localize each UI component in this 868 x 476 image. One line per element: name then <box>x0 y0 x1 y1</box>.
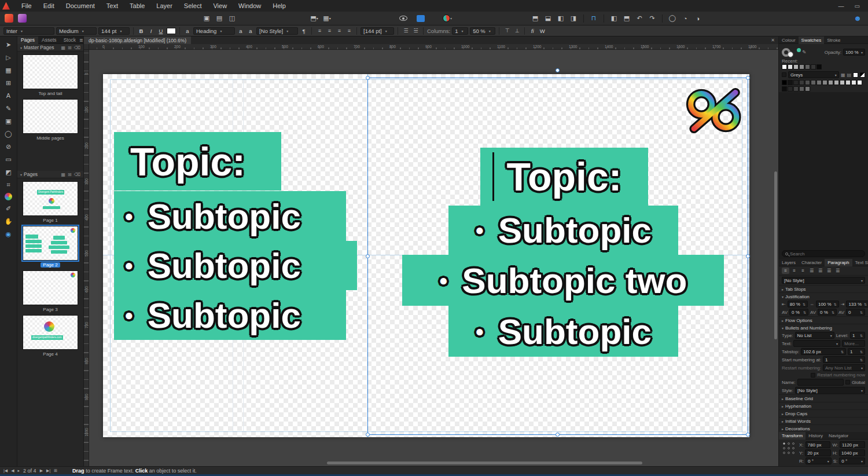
order-front-icon[interactable]: ⬒ <box>529 13 541 24</box>
italic-button[interactable]: I <box>147 27 155 35</box>
underline-button[interactable]: U <box>157 27 165 35</box>
section-hyphenation[interactable]: ▸Hyphenation <box>779 402 868 409</box>
section-initial-words[interactable]: ▸Initial Words <box>779 417 868 424</box>
selection-handle-top-left[interactable] <box>366 76 370 80</box>
ruler-origin[interactable] <box>84 44 89 50</box>
swatch[interactable] <box>799 86 804 91</box>
section-bullets-numbering[interactable]: ▾Bullets and Numbering <box>779 324 868 331</box>
font-weight-select[interactable]: Medium <box>56 27 97 35</box>
menu-view[interactable]: View <box>207 0 233 12</box>
desired-letter-spacing-field[interactable]: 0 % <box>818 309 837 316</box>
edit-colour-icon[interactable]: ✏ <box>801 49 808 56</box>
section-baseline-grid[interactable]: ▸Baseline Grid <box>779 394 868 402</box>
swatch[interactable] <box>799 80 804 85</box>
tab-swatches[interactable]: Swatches <box>799 36 825 44</box>
picture-frame-tool-icon[interactable]: ▣ <box>3 116 14 126</box>
picture-frame-icon[interactable]: ▣ <box>201 13 212 24</box>
selection-handle-top-right[interactable] <box>746 76 750 80</box>
pen-tool-icon[interactable]: ✎ <box>3 104 14 113</box>
min-letter-spacing-field[interactable]: 0 % <box>789 309 808 316</box>
view-mode-icon[interactable]: ▦ <box>61 172 65 177</box>
order-backward-icon[interactable]: ◧ <box>555 13 567 24</box>
leading-select[interactable]: [144 pt] <box>361 27 394 35</box>
tabstop-secondary-field[interactable]: 1 <box>848 348 865 355</box>
effects-icon[interactable]: ◔ <box>679 13 691 24</box>
swatch[interactable] <box>793 80 799 85</box>
align-justify-left-icon[interactable]: ☰ <box>808 268 815 274</box>
bold-button[interactable]: B <box>137 27 145 35</box>
shape-tool-icon[interactable]: ◯ <box>3 129 14 138</box>
swatch[interactable] <box>788 64 793 69</box>
start-numbering-field[interactable]: 1 <box>823 356 865 363</box>
view-mode-icon[interactable]: ▦ <box>61 45 65 50</box>
w-field[interactable]: 1120 px <box>840 441 865 448</box>
h-field[interactable]: 1040 px <box>839 449 865 456</box>
rotation-handle[interactable] <box>556 68 560 72</box>
photo-persona-icon[interactable] <box>18 14 27 23</box>
frame-text-tool-icon[interactable]: ▦ <box>3 65 14 75</box>
align-left-button[interactable]: ≡ <box>315 27 323 35</box>
swatch[interactable] <box>851 80 856 85</box>
paragraph-style-dropdown[interactable]: [No Style] <box>782 277 865 284</box>
ligatures-button[interactable]: fi <box>528 27 536 35</box>
rotation-field[interactable]: 0 ° <box>806 457 832 464</box>
node-tool-icon[interactable]: ▷ <box>3 53 14 62</box>
canvas[interactable]: Topic: ● Subtopic ● Subtopic ● Subtopic <box>89 50 778 466</box>
selection-handle-bottom-left[interactable] <box>366 433 370 437</box>
desired-word-spacing-field[interactable]: 100 % <box>816 301 839 307</box>
align-left-icon[interactable]: ≡ <box>782 268 789 274</box>
swatch[interactable] <box>811 80 816 85</box>
fill-colour-circle[interactable] <box>788 52 793 57</box>
white-swatch[interactable] <box>853 72 858 78</box>
swatch[interactable] <box>822 80 827 85</box>
list-name-input[interactable] <box>797 379 844 386</box>
page-thumbnail-3[interactable] <box>23 270 78 305</box>
tab-history[interactable]: History <box>806 432 826 440</box>
snapping-icon[interactable]: ⊓ <box>588 13 599 24</box>
search-input[interactable] <box>790 251 862 257</box>
align-center-button[interactable]: ≡ <box>325 27 333 35</box>
order-forward-icon[interactable]: ⬓ <box>542 13 554 24</box>
max-letter-spacing-field[interactable]: 0 <box>846 309 865 316</box>
tab-pages[interactable]: Pages <box>17 36 38 44</box>
table-tool-icon[interactable]: ⊞ <box>3 78 14 87</box>
swatch[interactable] <box>805 80 810 85</box>
search-box[interactable] <box>782 250 865 257</box>
text-style-select[interactable]: Heading <box>193 27 235 35</box>
swatch[interactable] <box>840 80 845 85</box>
swatch[interactable] <box>799 64 804 69</box>
tab-character[interactable]: Character <box>799 259 825 266</box>
none-swatch[interactable] <box>860 72 865 78</box>
vertical-scrollbar[interactable] <box>774 171 777 339</box>
swatch[interactable] <box>811 64 816 69</box>
tab-transform[interactable]: Transform <box>779 432 806 440</box>
column-width-select[interactable]: 50 % <box>470 27 495 35</box>
tab-navigator[interactable]: Navigator <box>826 432 851 440</box>
menu-text[interactable]: Text <box>101 0 124 12</box>
guides-dropdown-icon[interactable]: ⬒▾ <box>308 13 320 24</box>
section-drop-caps[interactable]: ▸Drop Caps <box>779 409 868 417</box>
tab-text-styles[interactable]: Text Styles <box>852 259 868 266</box>
align-justify-right-icon[interactable]: ☰ <box>825 268 833 274</box>
columns-stepper[interactable]: 1 <box>452 27 468 35</box>
swatch[interactable] <box>788 80 793 85</box>
publisher-persona-icon[interactable] <box>5 14 13 23</box>
previous-page-button[interactable]: ◀ <box>11 468 14 473</box>
minimize-button[interactable]: — <box>838 3 844 9</box>
page-thumbnail-2[interactable] <box>23 226 78 261</box>
swatch[interactable] <box>782 86 787 91</box>
swap-fill-stroke-icon[interactable]: ▾ <box>442 13 453 24</box>
preview-mode-icon[interactable] <box>398 13 409 24</box>
restart-now-checkbox[interactable] <box>811 373 815 378</box>
zoom-tool-icon[interactable]: ◉ <box>3 229 14 239</box>
selection-handle-bottom[interactable] <box>556 433 560 437</box>
add-master-icon[interactable]: ⊞ <box>68 45 72 50</box>
account-icon[interactable]: ☻ <box>852 13 863 24</box>
clip-to-canvas-icon[interactable] <box>415 13 426 24</box>
swatch[interactable] <box>805 64 810 69</box>
last-page-button[interactable]: ▶| <box>46 468 50 473</box>
numbered-list-button[interactable]: ☱ <box>411 27 420 35</box>
swatch[interactable] <box>845 80 851 85</box>
menu-table[interactable]: Table <box>124 0 150 12</box>
tab-colour[interactable]: Colour <box>779 36 799 44</box>
